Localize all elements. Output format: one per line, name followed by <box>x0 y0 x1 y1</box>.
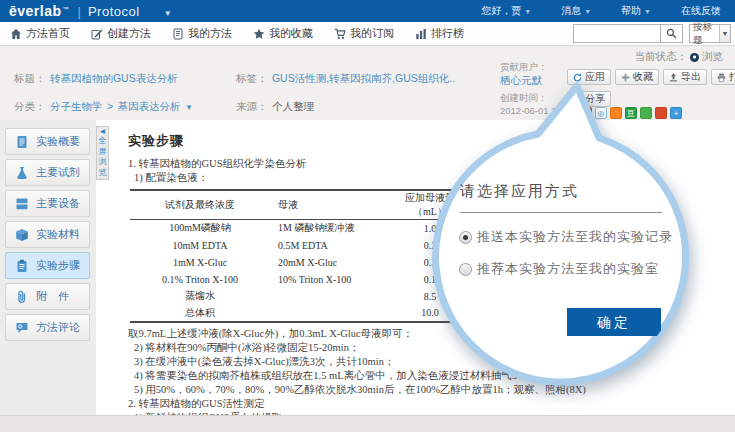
export-label: 导出 <box>681 70 701 84</box>
equipment-icon <box>15 197 29 211</box>
print-button[interactable]: 打印 <box>711 69 735 85</box>
logo-dropdown-icon[interactable]: ▼ <box>164 9 172 18</box>
qzone-icon[interactable]: ◎ <box>595 107 607 119</box>
print-icon <box>717 73 726 82</box>
douban-icon[interactable]: 豆 <box>625 107 637 119</box>
top-nav-label: 帮助 <box>621 4 641 18</box>
summary-doc-icon <box>15 135 29 149</box>
menu-item-star[interactable]: 我的收藏 <box>253 26 313 41</box>
sidebar-item-label: 实验材料 <box>36 227 80 242</box>
sidebar-item-label: 主要试剂 <box>36 165 80 180</box>
sidebar-items: 实验概要主要试剂主要设备实验材料实验步骤附 件方法评论 <box>0 120 96 341</box>
sidebar-item-steps-clipboard[interactable]: 实验步骤 <box>5 252 90 279</box>
chevron-down-icon: ▼ <box>719 25 730 42</box>
apply-option-2[interactable]: 推荐本实验方法至我的实验室 <box>459 260 659 278</box>
search-input[interactable] <box>573 24 661 43</box>
subscribe-icon <box>334 28 346 40</box>
export-button[interactable]: 导出 <box>663 69 707 85</box>
table-header: 试剂及最终浓度 <box>130 190 270 220</box>
category-label: 分类： <box>14 100 46 112</box>
menu-item-subscribe[interactable]: 我的订阅 <box>334 26 394 41</box>
source-row: 来源： 个人整理 <box>236 96 314 114</box>
sidebar-item-comments[interactable]: 方法评论 <box>5 314 90 341</box>
top-nav-item-0[interactable]: 您好，贾▼ <box>481 4 531 18</box>
sidebar-item-label: 方法评论 <box>36 320 80 335</box>
logo-product: Protocol <box>88 4 140 19</box>
search-filter-value: 按标题 <box>690 21 719 47</box>
option-label: 推荐本实验方法至我的实验室 <box>477 260 659 278</box>
materials-box-icon <box>15 228 29 242</box>
top-nav-item-1[interactable]: 消息▼ <box>561 4 591 18</box>
logo-text: ēverlab <box>9 3 62 19</box>
search-button[interactable] <box>661 24 683 43</box>
menu-item-create[interactable]: 创建方法 <box>91 26 151 41</box>
sidebar-item-equipment[interactable]: 主要设备 <box>5 190 90 217</box>
sidebar-item-label: 主要设备 <box>36 196 80 211</box>
apply-button[interactable]: 应用 <box>567 69 611 85</box>
search-filter-select[interactable]: 按标题 ▼ <box>689 24 731 43</box>
top-nav-label: 在线反馈 <box>681 4 721 18</box>
apply-label: 应用 <box>585 70 605 84</box>
menu-item-my-methods[interactable]: 我的方法 <box>172 26 232 41</box>
sidebar-item-label: 实验概要 <box>36 134 80 149</box>
section-heading: 实验步骤 <box>128 132 725 150</box>
reagent-table: 试剂及最终浓度母液应加母液量（mL）100mM磷酸钠1M 磷酸钠缓冲液1.010… <box>130 189 478 323</box>
apply-option-1[interactable]: 推送本实验方法至我的实验记录 <box>459 228 673 246</box>
taobao-icon[interactable] <box>610 107 622 119</box>
protocol-meta: 当前状态： 浏览 标题： 转基因植物的GUS表达分析 标签： GUS活性测,转基… <box>0 46 735 120</box>
contributor-link[interactable]: 栖心元默 <box>500 74 548 88</box>
kaixin-icon[interactable] <box>640 107 652 119</box>
baidu-icon[interactable] <box>655 107 667 119</box>
table-row: 蒸馏水8.5 <box>130 288 478 305</box>
confirm-button[interactable]: 确定 <box>567 308 661 336</box>
tags-links[interactable]: GUS活性测,转基因拟南芥,GUS组织化.. <box>272 72 455 84</box>
radio-unselected-icon[interactable] <box>459 263 472 276</box>
sidebar-item-materials-box[interactable]: 实验材料 <box>5 221 90 248</box>
table-cell: 0.5M EDTA <box>270 237 382 254</box>
radio-selected-icon[interactable] <box>459 231 472 244</box>
table-cell: 20mM X-Gluc <box>270 254 382 271</box>
share-button[interactable]: 分享 <box>567 91 611 107</box>
export-icon <box>669 73 678 82</box>
apply-icon <box>573 73 582 82</box>
sidebar-item-summary-doc[interactable]: 实验概要 <box>5 128 90 155</box>
step-paragraph: 5) 用50%，60%，70%，80%，90%乙醇依次脱水30min后，在100… <box>128 383 725 397</box>
renren-icon[interactable] <box>565 107 577 119</box>
top-navbar: ēverlab ™ | Protocol ▼ 您好，贾▼消息▼帮助▼在线反馈 <box>0 0 735 22</box>
contributor-label: 贡献用户： <box>500 61 548 74</box>
favorite-button[interactable]: 收藏 <box>615 69 659 85</box>
table-cell: 1mM X-Gluc <box>130 254 270 271</box>
table-header: 母液 <box>270 190 382 220</box>
fullscreen-toggle-tab[interactable]: ◄ 全屏浏览 <box>96 126 109 180</box>
table-cell <box>270 305 382 322</box>
category-separator: > <box>107 100 113 112</box>
app-logo[interactable]: ēverlab ™ | Protocol ▼ <box>0 3 172 19</box>
category-expand-icon[interactable]: ▼ <box>185 103 193 112</box>
social-share-icons: ◎豆+ <box>565 107 682 119</box>
table-cell: 10mM EDTA <box>130 237 270 254</box>
popup-divider <box>460 212 662 213</box>
menu-item-ranking[interactable]: 排行榜 <box>415 26 464 41</box>
source-label: 来源： <box>236 100 268 112</box>
sidebar-item-flask[interactable]: 主要试剂 <box>5 159 90 186</box>
table-row: 0.1% Triton X-10010% Triton X-1000.1 <box>130 271 478 288</box>
browse-mode-icon <box>690 53 699 62</box>
top-nav-label: 消息 <box>561 4 581 18</box>
sidebar-item-attachment-clip[interactable]: 附 件 <box>5 283 90 310</box>
top-nav-item-2[interactable]: 帮助▼ <box>621 4 651 18</box>
collapse-arrow-icon: ◄ <box>97 128 108 136</box>
protocol-title-link[interactable]: 转基因植物的GUS表达分析 <box>50 72 178 84</box>
menu-item-home[interactable]: 方法首页 <box>10 26 70 41</box>
flask-icon <box>15 166 29 180</box>
comments-icon <box>15 321 29 335</box>
category-child-link[interactable]: 基因表达分析 <box>118 100 181 112</box>
top-nav-item-3[interactable]: 在线反馈 <box>681 4 721 18</box>
weibo-icon[interactable] <box>580 107 592 119</box>
action-buttons: 应用 收藏 导出 打印 <box>567 69 735 85</box>
category-parent-link[interactable]: 分子生物学 <box>50 100 103 112</box>
step-paragraph: 4) 将需要染色的拟南芥植株或组织放在1.5 mL离心管中，加入染色液浸过材料抽… <box>128 369 725 383</box>
chevron-down-icon: ▼ <box>584 8 591 15</box>
more-share-icon[interactable]: + <box>670 107 682 119</box>
status-label: 当前状态： <box>635 50 688 64</box>
table-cell: 1M 磷酸钠缓冲液 <box>270 220 382 237</box>
